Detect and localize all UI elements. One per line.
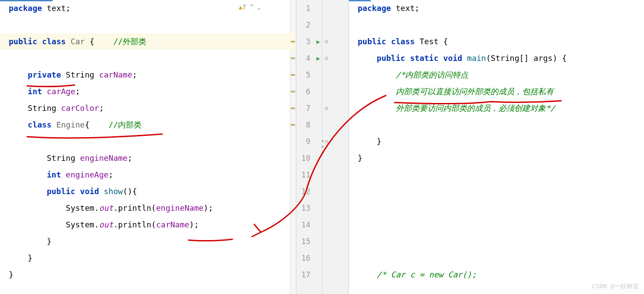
code-line[interactable]: String engineName; bbox=[0, 150, 296, 166]
comment: 内部类可以直接访问外部类的成员，包括私有 bbox=[396, 87, 554, 96]
left-editor-pane[interactable]: ▲7 ^ ⌄ package text; public class Car { … bbox=[0, 0, 296, 294]
method-name: show bbox=[104, 187, 123, 196]
code-line[interactable]: /* Car c = new Car(); bbox=[349, 266, 644, 283]
code-line[interactable]: } bbox=[349, 133, 644, 150]
code-line[interactable]: class Engine{ //内部类 bbox=[0, 117, 296, 133]
gutter-row[interactable]: 15 bbox=[296, 233, 349, 250]
center-gutter[interactable]: 1 2 3▶⊟ 4▶⊟ 5 6 7⊟ 8 9⊟ 10 11 12 13 14 1… bbox=[296, 0, 349, 294]
gutter-row[interactable]: 13 bbox=[296, 200, 349, 216]
gutter-row[interactable]: 8 bbox=[296, 117, 349, 133]
editor-split-container: ▲7 ^ ⌄ package text; public class Car { … bbox=[0, 0, 644, 294]
inner-class-name: Engine bbox=[56, 120, 85, 129]
code-line[interactable] bbox=[349, 250, 644, 266]
change-marker bbox=[291, 41, 295, 43]
code-line[interactable]: public class Test { bbox=[349, 33, 644, 50]
code-line[interactable]: System.out.println(carName); bbox=[0, 216, 296, 233]
change-marker bbox=[291, 91, 295, 92]
watermark: CSDN @一枝树苗 bbox=[592, 283, 639, 290]
fold-icon[interactable]: ⊟ bbox=[323, 100, 331, 117]
fold-icon[interactable]: ⊟ bbox=[323, 50, 331, 67]
gutter-row[interactable]: 3▶⊟ bbox=[296, 33, 349, 50]
code-line[interactable]: package text; bbox=[0, 0, 296, 17]
code-line[interactable] bbox=[349, 166, 644, 183]
field-name: carAge bbox=[47, 87, 75, 96]
comment: //内部类 bbox=[109, 120, 142, 129]
field-name: carColor bbox=[61, 103, 99, 113]
comment: 外部类要访问内部类的成员，必须创建对象*/ bbox=[396, 103, 555, 113]
fold-icon[interactable]: ⊟ bbox=[323, 33, 331, 50]
code-line[interactable] bbox=[349, 17, 644, 33]
keyword-package: package bbox=[9, 4, 42, 13]
class-name: Car bbox=[71, 37, 85, 46]
comment: /*内部类的访问特点 bbox=[396, 70, 469, 79]
field-name: carName bbox=[99, 70, 132, 79]
code-line[interactable]: public class Car { //外部类 bbox=[0, 33, 296, 50]
run-gutter-icon[interactable]: ▶ bbox=[314, 33, 323, 50]
usage-hint[interactable] bbox=[0, 50, 296, 67]
change-marker bbox=[291, 74, 295, 76]
package-name: text bbox=[47, 4, 66, 13]
code-line[interactable]: } bbox=[0, 233, 296, 250]
splitter-handle[interactable] bbox=[321, 138, 324, 156]
code-line[interactable]: private String carName; bbox=[0, 67, 296, 83]
gutter-row[interactable]: 11 bbox=[296, 166, 349, 183]
gutter-row[interactable]: 6 bbox=[296, 83, 349, 100]
class-name: Test bbox=[420, 37, 438, 46]
code-line[interactable] bbox=[349, 183, 644, 200]
code-line[interactable] bbox=[349, 216, 644, 233]
code-line[interactable]: /*内部类的访问特点 bbox=[349, 67, 644, 83]
code-line[interactable] bbox=[349, 200, 644, 216]
gutter-row[interactable]: 7⊟ bbox=[296, 100, 349, 117]
comment: //外部类 bbox=[113, 37, 146, 46]
gutter-row[interactable]: 14 bbox=[296, 216, 349, 233]
code-line[interactable]: String carColor; bbox=[0, 100, 296, 117]
right-editor-pane[interactable]: package text; public class Test { public… bbox=[349, 0, 644, 294]
gutter-row[interactable]: 5 bbox=[296, 67, 349, 83]
code-line[interactable]: int carAge; bbox=[0, 83, 296, 100]
change-marker bbox=[291, 107, 295, 109]
field-name: engineName bbox=[80, 153, 128, 163]
gutter-row[interactable]: 17 bbox=[296, 266, 349, 283]
code-line[interactable]: public void show(){ bbox=[0, 183, 296, 200]
code-line[interactable]: System.out.println(engineName); bbox=[0, 200, 296, 216]
gutter-row[interactable]: 2 bbox=[296, 17, 349, 33]
code-line[interactable]: 外部类要访问内部类的成员，必须创建对象*/ bbox=[349, 100, 644, 117]
comment: /* Car c = new Car(); bbox=[377, 270, 477, 279]
code-line[interactable]: } bbox=[0, 266, 296, 283]
gutter-row[interactable]: 16 bbox=[296, 250, 349, 266]
code-line[interactable] bbox=[0, 17, 296, 33]
change-marker bbox=[291, 57, 295, 59]
fold-close-icon[interactable]: ⊟ bbox=[323, 133, 331, 150]
gutter-row[interactable]: 12 bbox=[296, 183, 349, 200]
gutter-row[interactable]: 4▶⊟ bbox=[296, 50, 349, 67]
code-line[interactable] bbox=[349, 233, 644, 250]
method-name: main bbox=[467, 53, 486, 63]
code-line[interactable]: } bbox=[349, 150, 644, 166]
code-line[interactable]: public static void main(String[] args) { bbox=[349, 50, 644, 67]
code-line[interactable]: package text; bbox=[349, 0, 644, 17]
change-marker bbox=[291, 124, 295, 126]
gutter-row[interactable]: 1 bbox=[296, 0, 349, 17]
code-line[interactable]: int engineAge; bbox=[0, 166, 296, 183]
code-line[interactable] bbox=[349, 117, 644, 133]
code-line[interactable]: 内部类可以直接访问外部类的成员，包括私有 bbox=[349, 83, 644, 100]
run-gutter-icon[interactable]: ▶ bbox=[314, 50, 323, 67]
code-line[interactable]: } bbox=[0, 250, 296, 266]
usage-hint[interactable] bbox=[0, 133, 296, 150]
field-name: engineAge bbox=[66, 170, 109, 179]
